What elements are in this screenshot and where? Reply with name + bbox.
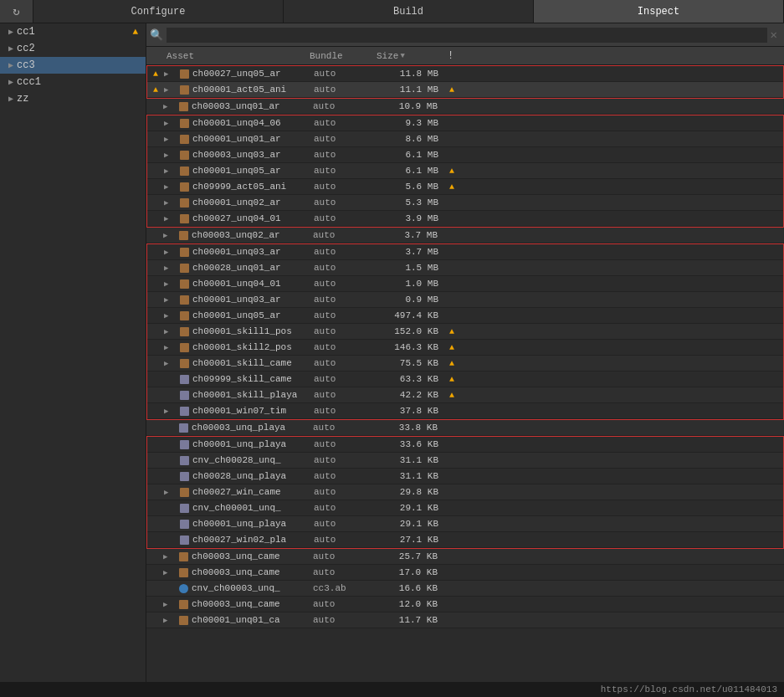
row-bundle: auto — [314, 118, 377, 128]
row-expand-icon[interactable]: ▶ — [163, 102, 177, 111]
row-expand-icon[interactable]: ▶ — [163, 600, 177, 609]
row-file-icon — [177, 551, 190, 562]
row-size: 29.8 KB — [377, 487, 443, 497]
table-row[interactable]: ▲ ▶ ch00001_act05_ani auto 11.1 MB ▲ — [147, 82, 783, 98]
tab-inspect[interactable]: Inspect — [534, 0, 784, 23]
sidebar-item-cc2[interactable]: ▶ cc2 — [0, 40, 146, 57]
table-row[interactable]: ch00027_win02_pla auto 27.1 KB — [147, 532, 783, 548]
table-row[interactable]: ▶ ch00027_unq04_01 auto 3.9 MB — [147, 211, 783, 227]
sidebar-item-label: ccc1 — [17, 76, 41, 88]
row-expand-icon[interactable]: ▶ — [164, 69, 177, 79]
table-row[interactable]: ▶ ch00003_unq_came auto 12.0 KB — [146, 597, 784, 612]
row-expand-icon[interactable]: ▶ — [163, 568, 177, 577]
row-expand-icon[interactable]: ▶ — [164, 359, 177, 368]
table-row[interactable]: ▶ ch00001_unq02_ar auto 5.3 MB — [147, 195, 783, 211]
sidebar-item-zz[interactable]: ▶ zz — [0, 90, 146, 107]
tab-configure[interactable]: Configure — [33, 0, 284, 23]
row-expand-icon[interactable]: ▶ — [164, 264, 177, 273]
row-asset-name: ch09999_skill_came — [192, 374, 314, 384]
table-row[interactable]: ▶ ch00001_unq01_ca auto 11.7 KB — [146, 612, 784, 628]
table-row[interactable]: ▶ ch00027_win_came auto 29.8 KB — [147, 484, 783, 500]
sidebar-item-cc1[interactable]: ▶ cc1 ▲ — [0, 23, 146, 40]
row-expand-icon[interactable]: ▶ — [164, 151, 177, 160]
row-file-icon — [177, 294, 191, 305]
row-asset-name: ch09999_act05_ani — [192, 182, 314, 192]
table-row[interactable]: ch00028_unq_playa auto 31.1 KB — [147, 469, 783, 484]
search-clear-button[interactable]: ✕ — [767, 28, 781, 42]
table-row[interactable]: ▶ ch00028_unq01_ar auto 1.5 MB — [147, 260, 783, 276]
row-expand-icon[interactable]: ▶ — [164, 135, 177, 144]
table-row[interactable]: ch00001_unq_playa auto 33.6 KB — [147, 437, 783, 453]
table-row[interactable]: ▶ ch00001_skill1_pos auto 152.0 KB ▲ — [147, 324, 783, 340]
table-row[interactable]: ch00003_unq_playa auto 33.8 KB — [146, 420, 784, 436]
table-row[interactable]: ▶ ch00001_unq04_06 auto 9.3 MB — [147, 115, 783, 131]
row-expand-icon[interactable]: ▶ — [164, 488, 177, 497]
row-expand-icon[interactable]: ▶ — [164, 198, 177, 208]
row-expand-icon[interactable]: ▶ — [164, 214, 177, 223]
row-expand-icon[interactable]: ▶ — [164, 167, 177, 176]
table-body: ▲ ▶ ch00027_unq05_ar auto 11.8 MB ▲ ▶ — [146, 65, 784, 697]
row-size: 0.9 MB — [377, 295, 443, 305]
row-bundle: auto — [314, 358, 377, 368]
row-bundle: auto — [314, 263, 377, 273]
row-expand-icon[interactable]: ▶ — [164, 182, 177, 192]
row-expand-icon[interactable]: ▶ — [164, 119, 177, 128]
row-asset-name: ch00001_skill2_pos — [192, 342, 314, 352]
row-expand-icon[interactable]: ▶ — [164, 295, 177, 305]
table-row[interactable]: cnv_ch00003_unq_ cc3.ab 16.6 KB — [146, 581, 784, 597]
row-expand-icon[interactable]: ▶ — [163, 552, 177, 561]
row-expand-icon[interactable]: ▶ — [164, 407, 177, 416]
refresh-button[interactable]: ↻ — [0, 0, 33, 23]
table-row[interactable]: ▶ ch00003_unq02_ar auto 3.7 MB — [146, 228, 784, 243]
row-expand-icon[interactable]: ▶ — [164, 248, 177, 257]
row-expand-icon[interactable]: ▶ — [163, 231, 177, 240]
table-row[interactable]: cnv_ch00001_unq_ auto 29.1 KB — [147, 500, 783, 516]
table-row[interactable]: ▶ ch00003_unq_came auto 25.7 KB — [146, 549, 784, 565]
table-row[interactable]: ▶ ch00001_skill2_pos auto 146.3 KB ▲ — [147, 340, 783, 356]
table-row[interactable]: ▶ ch00003_unq03_ar auto 6.1 MB — [147, 147, 783, 163]
group-border-4: ch00001_unq_playa auto 33.6 KB cnv_ch000… — [146, 436, 784, 549]
row-size: 75.5 KB — [377, 358, 443, 368]
row-expand-icon[interactable]: ▶ — [163, 616, 177, 625]
sidebar-item-label: cc2 — [17, 43, 35, 54]
row-expand-icon[interactable]: ▶ — [164, 343, 177, 352]
table-row[interactable]: ▶ ch00001_unq01_ar auto 8.6 MB — [147, 131, 783, 147]
table-row[interactable]: ▶ ch00003_unq01_ar auto 10.9 MB — [146, 99, 784, 115]
table-row[interactable]: cnv_ch00028_unq_ auto 31.1 KB — [147, 453, 783, 469]
row-expand-icon[interactable]: ▶ — [164, 85, 177, 95]
col-header-size[interactable]: Size ▼ — [377, 51, 448, 61]
search-input[interactable] — [167, 28, 767, 43]
table-row[interactable]: ▶ ch00001_skill_came auto 75.5 KB ▲ — [147, 356, 783, 372]
sidebar-item-cc3[interactable]: ▶ cc3 — [0, 57, 146, 74]
main-layout: ▶ cc1 ▲ ▶ cc2 ▶ cc3 ▶ ccc1 ▶ zz 🔍 ✕ — [0, 23, 784, 697]
expand-icon: ▶ — [8, 27, 13, 37]
sidebar-item-ccc1[interactable]: ▶ ccc1 — [0, 74, 146, 90]
table-row[interactable]: ch00001_unq_playa auto 29.1 KB — [147, 516, 783, 532]
row-file-icon — [177, 84, 191, 95]
tab-build[interactable]: Build — [284, 0, 534, 23]
row-bundle: auto — [314, 342, 377, 352]
table-row[interactable]: ▶ ch00003_unq_came auto 17.0 KB — [146, 565, 784, 581]
table-row[interactable]: ▶ ch00001_unq04_01 auto 1.0 MB — [147, 276, 783, 292]
row-asset-name: ch00001_unq05_ar — [192, 166, 314, 176]
table-row[interactable]: ▶ ch00001_unq05_ar auto 497.4 KB — [147, 308, 783, 324]
row-expand-icon[interactable]: ▶ — [164, 311, 177, 320]
table-row[interactable]: ▶ ch00001_win07_tim auto 37.8 KB — [147, 403, 783, 419]
table-row[interactable]: ▲ ▶ ch00027_unq05_ar auto 11.8 MB — [147, 66, 783, 82]
col-header-warn: ! — [448, 50, 464, 62]
row-bundle: auto — [314, 374, 377, 384]
table-row[interactable]: ▶ ch09999_act05_ani auto 5.6 MB ▲ — [147, 179, 783, 195]
table-row[interactable]: ▶ ch00001_unq03_ar auto 3.7 MB — [147, 244, 783, 260]
row-file-icon — [177, 262, 191, 274]
row-size: 5.3 MB — [377, 197, 443, 208]
row-asset-name: ch00001_unq01_ca — [192, 615, 313, 625]
row-expand-icon[interactable]: ▶ — [164, 327, 177, 336]
table-row[interactable]: ch00001_skill_playa auto 42.2 KB ▲ — [147, 387, 783, 403]
table-row[interactable]: ▶ ch00001_unq03_ar auto 0.9 MB — [147, 292, 783, 308]
table-row[interactable]: ch09999_skill_came auto 63.3 KB ▲ — [147, 372, 783, 387]
search-bar: 🔍 ✕ — [146, 23, 784, 47]
row-bundle: auto — [314, 455, 377, 465]
table-row[interactable]: ▶ ch00001_unq05_ar auto 6.1 MB ▲ — [147, 163, 783, 179]
row-expand-icon[interactable]: ▶ — [164, 279, 177, 289]
row-file-icon — [177, 454, 191, 466]
